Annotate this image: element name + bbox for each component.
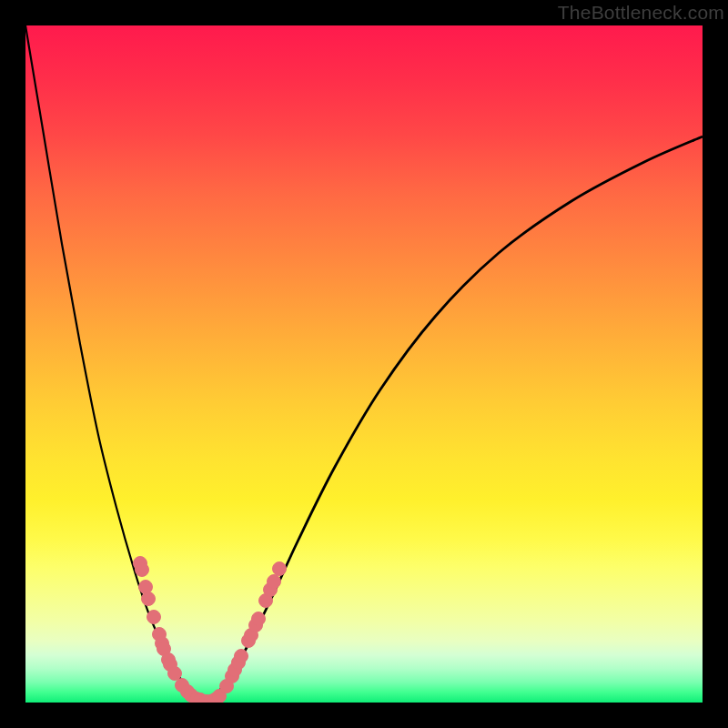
plot-area [25,25,703,703]
data-dot [147,611,161,624]
data-dot [168,667,182,681]
data-dot [268,575,281,589]
dots-group [134,557,287,703]
data-dot [252,612,266,626]
watermark-text: TheBottleneck.com [558,2,724,24]
data-dot [235,650,248,663]
data-dot [136,563,149,577]
data-dot [139,581,153,594]
data-dot [142,592,156,606]
dots-svg [25,25,703,703]
data-dot [273,562,287,576]
